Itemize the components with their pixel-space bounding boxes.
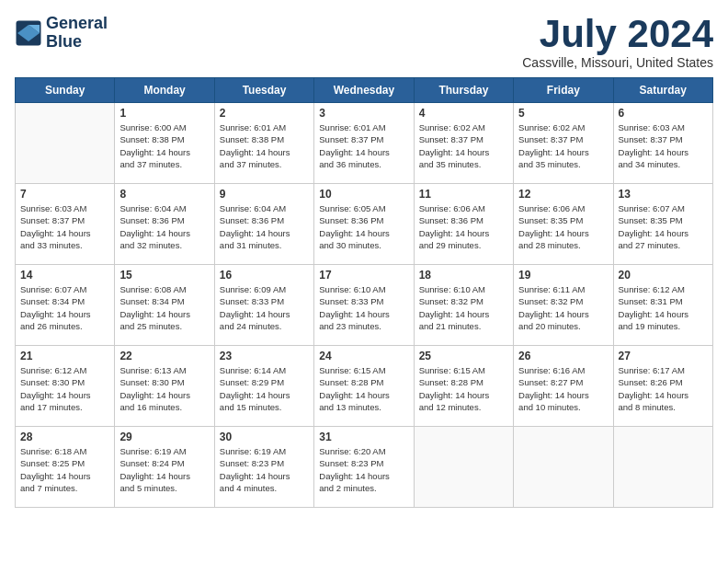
day-number: 8	[119, 188, 209, 201]
logo-text: General Blue	[46, 15, 108, 52]
calendar-cell: 25Sunrise: 6:15 AM Sunset: 8:28 PM Dayli…	[414, 346, 513, 427]
calendar-week-2: 7Sunrise: 6:03 AM Sunset: 8:37 PM Daylig…	[16, 184, 713, 265]
calendar-week-3: 14Sunrise: 6:07 AM Sunset: 8:34 PM Dayli…	[16, 265, 713, 346]
cell-info: Sunrise: 6:01 AM Sunset: 8:38 PM Dayligh…	[220, 121, 309, 170]
day-number: 3	[319, 107, 408, 120]
cell-info: Sunrise: 6:07 AM Sunset: 8:34 PM Dayligh…	[20, 283, 109, 332]
cell-info: Sunrise: 6:12 AM Sunset: 8:30 PM Dayligh…	[20, 364, 109, 413]
day-number: 29	[119, 431, 209, 443]
calendar-cell: 16Sunrise: 6:09 AM Sunset: 8:33 PM Dayli…	[214, 265, 313, 346]
cell-info: Sunrise: 6:01 AM Sunset: 8:37 PM Dayligh…	[319, 121, 408, 170]
cell-info: Sunrise: 6:02 AM Sunset: 8:37 PM Dayligh…	[518, 121, 608, 170]
calendar-cell: 28Sunrise: 6:18 AM Sunset: 8:25 PM Dayli…	[16, 427, 115, 508]
calendar-cell	[414, 427, 513, 508]
cell-info: Sunrise: 6:06 AM Sunset: 8:36 PM Dayligh…	[419, 202, 508, 251]
calendar-cell: 18Sunrise: 6:10 AM Sunset: 8:32 PM Dayli…	[414, 265, 513, 346]
day-header-friday: Friday	[514, 78, 613, 103]
cell-info: Sunrise: 6:03 AM Sunset: 8:37 PM Dayligh…	[20, 202, 109, 251]
calendar-cell	[613, 427, 712, 508]
day-header-thursday: Thursday	[414, 78, 513, 103]
logo: General Blue	[15, 15, 108, 52]
cell-info: Sunrise: 6:07 AM Sunset: 8:35 PM Dayligh…	[619, 202, 708, 251]
cell-info: Sunrise: 6:04 AM Sunset: 8:36 PM Dayligh…	[220, 202, 309, 251]
calendar-cell: 1Sunrise: 6:00 AM Sunset: 8:38 PM Daylig…	[115, 103, 214, 184]
calendar-cell: 30Sunrise: 6:19 AM Sunset: 8:23 PM Dayli…	[214, 427, 313, 508]
calendar-cell: 5Sunrise: 6:02 AM Sunset: 8:37 PM Daylig…	[514, 103, 613, 184]
cell-info: Sunrise: 6:19 AM Sunset: 8:24 PM Dayligh…	[119, 445, 209, 494]
calendar-cell: 29Sunrise: 6:19 AM Sunset: 8:24 PM Dayli…	[115, 427, 214, 508]
day-number: 25	[419, 350, 508, 362]
day-number: 17	[319, 269, 408, 282]
calendar-cell: 27Sunrise: 6:17 AM Sunset: 8:26 PM Dayli…	[613, 346, 712, 427]
day-number: 20	[619, 269, 708, 282]
day-number: 10	[319, 188, 408, 201]
calendar-cell: 2Sunrise: 6:01 AM Sunset: 8:38 PM Daylig…	[214, 103, 313, 184]
calendar-cell: 23Sunrise: 6:14 AM Sunset: 8:29 PM Dayli…	[214, 346, 313, 427]
cell-info: Sunrise: 6:14 AM Sunset: 8:29 PM Dayligh…	[220, 364, 309, 413]
cell-info: Sunrise: 6:04 AM Sunset: 8:36 PM Dayligh…	[119, 202, 209, 251]
day-header-monday: Monday	[115, 78, 214, 103]
day-number: 24	[319, 350, 408, 362]
calendar-cell	[16, 103, 115, 184]
calendar-cell	[514, 427, 613, 508]
cell-info: Sunrise: 6:11 AM Sunset: 8:32 PM Dayligh…	[518, 283, 608, 332]
calendar-cell: 19Sunrise: 6:11 AM Sunset: 8:32 PM Dayli…	[514, 265, 613, 346]
calendar-cell: 21Sunrise: 6:12 AM Sunset: 8:30 PM Dayli…	[16, 346, 115, 427]
day-number: 7	[20, 188, 109, 201]
day-number: 16	[220, 269, 309, 282]
cell-info: Sunrise: 6:19 AM Sunset: 8:23 PM Dayligh…	[220, 445, 309, 494]
calendar-cell: 6Sunrise: 6:03 AM Sunset: 8:37 PM Daylig…	[613, 103, 712, 184]
calendar-week-4: 21Sunrise: 6:12 AM Sunset: 8:30 PM Dayli…	[16, 346, 713, 427]
cell-info: Sunrise: 6:08 AM Sunset: 8:34 PM Dayligh…	[119, 283, 209, 332]
calendar-cell: 7Sunrise: 6:03 AM Sunset: 8:37 PM Daylig…	[16, 184, 115, 265]
day-number: 26	[518, 350, 608, 362]
title-block: July 2024 Cassville, Missouri, United St…	[522, 15, 713, 70]
day-number: 21	[20, 350, 109, 362]
day-number: 13	[619, 188, 708, 201]
calendar-cell: 17Sunrise: 6:10 AM Sunset: 8:33 PM Dayli…	[314, 265, 414, 346]
cell-info: Sunrise: 6:18 AM Sunset: 8:25 PM Dayligh…	[20, 445, 109, 494]
cell-info: Sunrise: 6:10 AM Sunset: 8:32 PM Dayligh…	[419, 283, 508, 332]
day-number: 9	[220, 188, 309, 201]
cell-info: Sunrise: 6:03 AM Sunset: 8:37 PM Dayligh…	[619, 121, 708, 170]
day-header-tuesday: Tuesday	[214, 78, 313, 103]
cell-info: Sunrise: 6:06 AM Sunset: 8:35 PM Dayligh…	[518, 202, 608, 251]
calendar-cell: 22Sunrise: 6:13 AM Sunset: 8:30 PM Dayli…	[115, 346, 214, 427]
day-number: 30	[220, 431, 309, 443]
calendar-week-5: 28Sunrise: 6:18 AM Sunset: 8:25 PM Dayli…	[16, 427, 713, 508]
cell-info: Sunrise: 6:12 AM Sunset: 8:31 PM Dayligh…	[619, 283, 708, 332]
day-number: 5	[518, 107, 608, 120]
calendar-cell: 3Sunrise: 6:01 AM Sunset: 8:37 PM Daylig…	[314, 103, 414, 184]
cell-info: Sunrise: 6:09 AM Sunset: 8:33 PM Dayligh…	[220, 283, 309, 332]
day-number: 1	[119, 107, 209, 120]
calendar-cell: 12Sunrise: 6:06 AM Sunset: 8:35 PM Dayli…	[514, 184, 613, 265]
day-number: 2	[220, 107, 309, 120]
calendar-cell: 31Sunrise: 6:20 AM Sunset: 8:23 PM Dayli…	[314, 427, 414, 508]
day-number: 11	[419, 188, 508, 201]
calendar-cell: 9Sunrise: 6:04 AM Sunset: 8:36 PM Daylig…	[214, 184, 313, 265]
day-number: 31	[319, 431, 408, 443]
month-title: July 2024	[522, 15, 713, 53]
cell-info: Sunrise: 6:17 AM Sunset: 8:26 PM Dayligh…	[619, 364, 708, 413]
cell-info: Sunrise: 6:20 AM Sunset: 8:23 PM Dayligh…	[319, 445, 408, 494]
calendar-cell: 10Sunrise: 6:05 AM Sunset: 8:36 PM Dayli…	[314, 184, 414, 265]
cell-info: Sunrise: 6:16 AM Sunset: 8:27 PM Dayligh…	[518, 364, 608, 413]
calendar-cell: 14Sunrise: 6:07 AM Sunset: 8:34 PM Dayli…	[16, 265, 115, 346]
calendar-cell: 11Sunrise: 6:06 AM Sunset: 8:36 PM Dayli…	[414, 184, 513, 265]
day-number: 27	[619, 350, 708, 362]
logo-icon	[15, 19, 42, 47]
day-number: 23	[220, 350, 309, 362]
cell-info: Sunrise: 6:15 AM Sunset: 8:28 PM Dayligh…	[419, 364, 508, 413]
day-header-saturday: Saturday	[613, 78, 712, 103]
day-number: 28	[20, 431, 109, 443]
calendar-cell: 24Sunrise: 6:15 AM Sunset: 8:28 PM Dayli…	[314, 346, 414, 427]
day-number: 6	[619, 107, 708, 120]
page-header: General Blue July 2024 Cassville, Missou…	[15, 15, 713, 70]
day-number: 12	[518, 188, 608, 201]
calendar-cell: 20Sunrise: 6:12 AM Sunset: 8:31 PM Dayli…	[613, 265, 712, 346]
cell-info: Sunrise: 6:00 AM Sunset: 8:38 PM Dayligh…	[119, 121, 209, 170]
calendar-week-1: 1Sunrise: 6:00 AM Sunset: 8:38 PM Daylig…	[16, 103, 713, 184]
cell-info: Sunrise: 6:13 AM Sunset: 8:30 PM Dayligh…	[119, 364, 209, 413]
calendar-cell: 26Sunrise: 6:16 AM Sunset: 8:27 PM Dayli…	[514, 346, 613, 427]
calendar-cell: 15Sunrise: 6:08 AM Sunset: 8:34 PM Dayli…	[115, 265, 214, 346]
